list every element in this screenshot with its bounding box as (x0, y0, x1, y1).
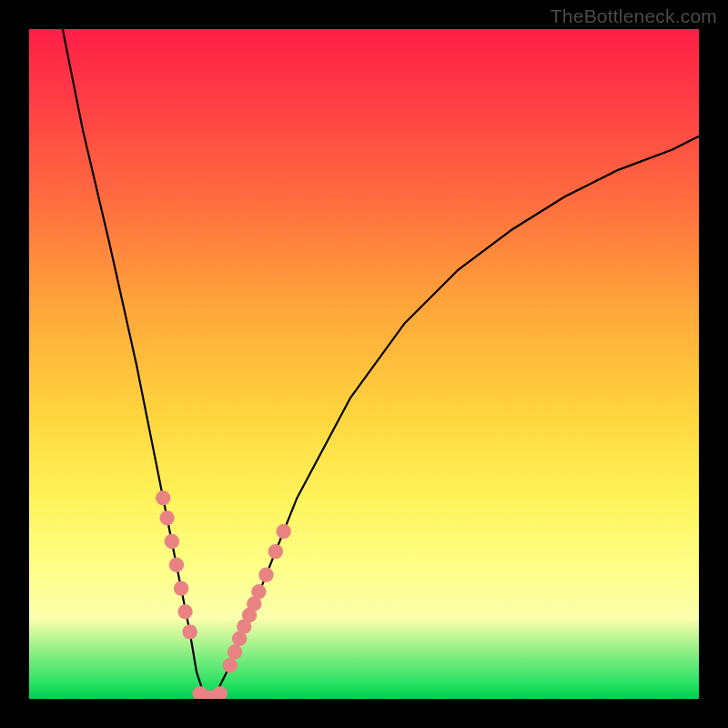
watermark-text: TheBottleneck.com (551, 5, 717, 27)
marker-right (258, 568, 273, 582)
marker-right (251, 584, 266, 599)
plot-area (29, 29, 699, 699)
marker-left (169, 558, 184, 572)
marker-left (159, 511, 174, 525)
curve-layer (29, 29, 699, 699)
bottleneck-curve (63, 29, 699, 699)
marker-bottom (213, 686, 228, 699)
marker-right (228, 644, 242, 659)
marker-left (156, 490, 170, 505)
marker-left (182, 624, 197, 639)
marker-left (165, 534, 179, 549)
marker-right (223, 658, 238, 672)
marker-left (174, 581, 188, 595)
marker-right (268, 544, 283, 559)
marker-right (277, 524, 291, 539)
chart-frame: TheBottleneck.com (0, 0, 728, 728)
marker-left (177, 604, 192, 619)
